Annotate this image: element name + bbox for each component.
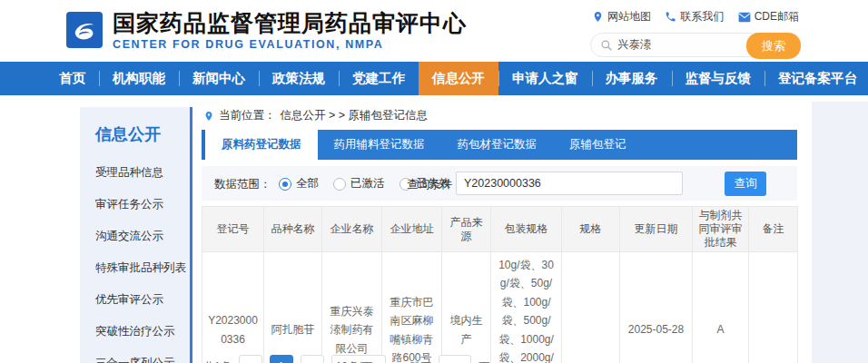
sidebar-item-review-tasks[interactable]: 审评任务公示	[95, 197, 190, 212]
site-header: 国家药品监督管理局药品审评中心 CENTER FOR DRUG EVALUATI…	[0, 0, 868, 62]
cell-product-source: 境内生产	[442, 252, 491, 363]
tab-api-excipient-packaging[interactable]: 原辅包登记	[553, 130, 643, 160]
query-button[interactable]: 查询	[725, 172, 766, 196]
envelope-icon	[738, 12, 751, 23]
filter-bar: 数据范围： 全部 已激活 已失效 查询条件： 查询	[202, 166, 797, 201]
radio-checked-icon	[279, 178, 291, 191]
col-update-date: 更新日期	[620, 207, 693, 252]
page-subtitle: CENTER FOR DRUG EVALUATION, NMPA	[113, 38, 467, 51]
radio-activated[interactable]: 已激活	[333, 176, 385, 191]
radio-all[interactable]: 全部	[279, 176, 319, 191]
search-button[interactable]: 搜索	[746, 33, 801, 59]
search-icon	[600, 39, 613, 52]
site-title-block: 国家药品监督管理局药品审评中心 CENTER FOR DRUG EVALUATI…	[113, 9, 467, 51]
data-tabs: 原料药登记数据 药用辅料登记数据 药包材登记数据 原辅包登记	[202, 130, 797, 160]
cell-update-date: 2025-05-28	[620, 252, 693, 363]
nav-item-functions[interactable]: 机构职能	[99, 62, 179, 95]
cell-spec	[562, 252, 620, 363]
page-size-select[interactable]: 10条/页 ▾	[331, 355, 387, 363]
cde-logo[interactable]	[66, 12, 103, 48]
swan-logo-icon	[71, 16, 98, 44]
sidebar-title: 信息公开	[95, 123, 190, 145]
cell-company-address: 重庆市巴南区麻柳嘴镇柳青路600号	[382, 252, 442, 363]
cell-registration-no: Y20230000336	[202, 252, 264, 363]
cell-packaging-spec: 10g/袋、30g/袋、50g/袋、100g/袋、500g/袋、1000g/袋、…	[491, 252, 562, 363]
page-size-value: 10条/页	[336, 359, 373, 363]
jump-page-input[interactable]	[439, 355, 471, 363]
nav-item-news[interactable]: 新闻中心	[179, 62, 259, 95]
table-row: Y20230000336 阿扎胞苷 重庆兴泰溙制药有限公司 重庆市巴南区麻柳嘴镇…	[202, 252, 798, 363]
main-nav: 首页 机构职能 新闻中心 政策法规 党建工作 信息公开 申请人之窗 办事服务 监…	[0, 62, 868, 95]
sidebar-item-three-in-one[interactable]: 三合一序列公示	[95, 356, 190, 363]
col-spec: 规格	[562, 207, 620, 252]
contact-link[interactable]: 联系我们	[665, 9, 724, 25]
tab-packaging-registration[interactable]: 药包材登记数据	[441, 130, 554, 160]
pagination-total: 共1条	[203, 359, 232, 363]
col-company-address: 企业地址	[382, 207, 442, 252]
col-product-source: 产品来源	[442, 207, 491, 252]
sidebar: 信息公开 受理品种信息 审评任务公示 沟通交流公示 特殊审批品种列表 优先审评公…	[80, 107, 192, 363]
sidebar-item-priority-review[interactable]: 优先审评公示	[95, 292, 190, 308]
nav-item-policy[interactable]: 政策法规	[259, 62, 339, 95]
cell-remarks	[749, 252, 798, 363]
sidebar-item-special-approval[interactable]: 特殊审批品种列表	[95, 260, 190, 276]
nav-item-applicant[interactable]: 申请人之窗	[498, 62, 592, 95]
pagination: 共1条 ‹ 1 › 10条/页 ▾ ⟳ 跳至 页	[203, 355, 489, 363]
nav-item-services[interactable]: 办事服务	[592, 62, 672, 95]
prev-page-button[interactable]: ‹	[239, 355, 262, 363]
col-packaging-spec: 包装规格	[491, 207, 562, 252]
nav-item-registration-platform[interactable]: 登记备案平台	[764, 62, 868, 95]
nav-item-party[interactable]: 党建工作	[339, 62, 419, 95]
nav-item-info-disclosure[interactable]: 信息公开	[419, 62, 498, 95]
col-remarks: 备注	[749, 207, 798, 252]
sidebar-item-accepted-varieties[interactable]: 受理品种信息	[95, 165, 190, 181]
search-input[interactable]	[617, 39, 735, 52]
page-background-strip	[812, 102, 868, 363]
cell-variety-name: 阿扎胞苷	[264, 252, 322, 363]
sitemap-label: 网站地图	[607, 9, 651, 25]
page-title: 国家药品监督管理局药品审评中心	[113, 9, 467, 36]
col-company-name: 企业名称	[322, 207, 382, 252]
radio-unchecked-icon	[333, 178, 346, 191]
breadcrumb: 当前位置： 信息公开 > > 原辅包登记信息	[203, 108, 428, 123]
tab-excipient-registration[interactable]: 药用辅料登记数据	[318, 130, 441, 160]
table-header-row: 登记号 品种名称 企业名称 企业地址 产品来源 包装规格 规格 更新日期 与制剂…	[202, 207, 798, 252]
breadcrumb-label: 当前位置：	[219, 108, 276, 123]
header-links: 网站地图 联系我们 CDE邮箱	[590, 9, 801, 25]
nav-item-home[interactable]: 首页	[45, 62, 99, 95]
jump-suffix: 页	[478, 359, 489, 363]
sidebar-item-breakthrough-therapy[interactable]: 突破性治疗公示	[95, 324, 190, 339]
jump-label: 跳至	[409, 359, 431, 363]
breadcrumb-path[interactable]: 信息公开 > > 原辅包登记信息	[281, 108, 429, 123]
query-input[interactable]	[456, 172, 683, 195]
phone-icon	[665, 11, 676, 23]
tab-api-registration[interactable]: 原料药登记数据	[202, 130, 318, 160]
contact-label: 联系我们	[680, 9, 724, 25]
mailbox-label: CDE邮箱	[755, 9, 799, 25]
header-right: 网站地图 联系我们 CDE邮箱 搜索	[590, 9, 801, 57]
radio-all-label: 全部	[296, 176, 319, 191]
col-joint-review-result: 与制剂共同审评审批结果	[693, 207, 749, 252]
mailbox-link[interactable]: CDE邮箱	[738, 9, 799, 25]
sitemap-link[interactable]: 网站地图	[592, 9, 651, 25]
next-page-button[interactable]: ›	[301, 355, 324, 363]
col-variety-name: 品种名称	[264, 207, 322, 252]
sidebar-item-communication[interactable]: 沟通交流公示	[95, 229, 190, 244]
location-pin-icon	[203, 111, 214, 122]
registration-table: 登记号 品种名称 企业名称 企业地址 产品来源 包装规格 规格 更新日期 与制剂…	[202, 206, 798, 363]
col-registration-no: 登记号	[202, 207, 264, 252]
location-pin-icon	[592, 11, 604, 23]
cell-joint-review-result: A	[693, 252, 749, 363]
page-1-button[interactable]: 1	[270, 355, 293, 363]
main-content: 当前位置： 信息公开 > > 原辅包登记信息 原料药登记数据 药用辅料登记数据 …	[202, 104, 797, 363]
cell-company-name: 重庆兴泰溙制药有限公司	[322, 252, 382, 363]
scope-label: 数据范围：	[214, 177, 271, 192]
header-search: 搜索	[590, 33, 801, 57]
nav-item-supervision[interactable]: 监督与反馈	[672, 62, 765, 95]
radio-activated-label: 已激活	[350, 176, 385, 191]
